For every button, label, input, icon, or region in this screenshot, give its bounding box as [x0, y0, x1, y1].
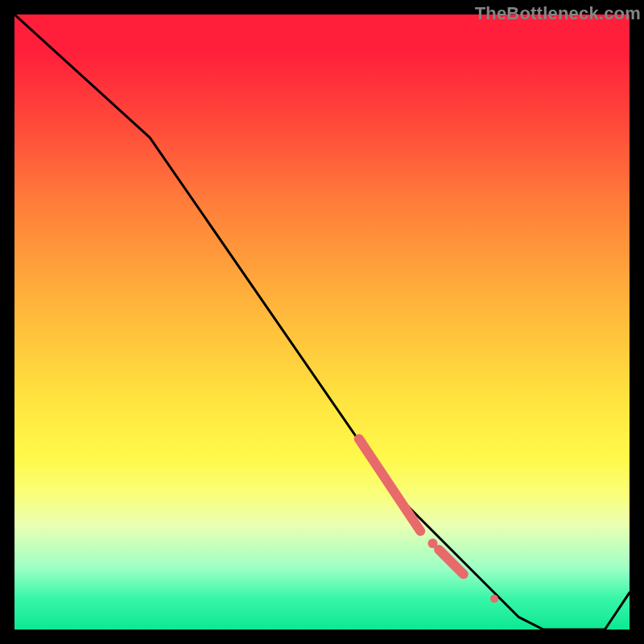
marker-dot-low: [490, 595, 498, 603]
chart-overlay: [14, 14, 630, 630]
chart-frame: TheBottleneck.com: [14, 14, 630, 630]
chart-markers: [359, 439, 498, 603]
bottleneck-curve-line: [14, 14, 630, 630]
bottleneck-curve-group: [14, 14, 630, 630]
watermark-label: TheBottleneck.com: [475, 3, 641, 24]
marker-segment-b: [439, 550, 464, 575]
marker-segment-a: [359, 439, 420, 531]
